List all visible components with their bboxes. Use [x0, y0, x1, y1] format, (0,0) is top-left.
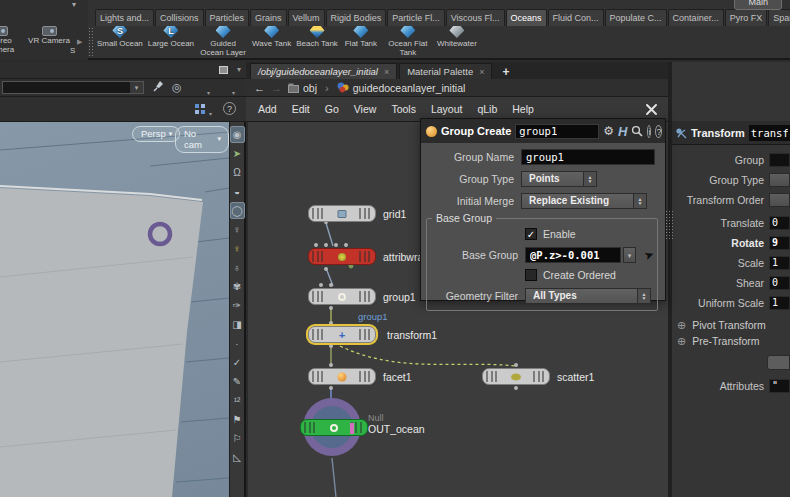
shelf-tab-oceans[interactable]: Oceans [506, 9, 547, 26]
transform-order-dropdown[interactable] [769, 193, 790, 207]
menu-add[interactable]: Add [258, 103, 277, 115]
spinner-icon[interactable]: ▲▼ [583, 172, 596, 186]
shelf-divider-handle[interactable] [88, 27, 95, 58]
shelf-tool-whitewater[interactable]: Whitewater [437, 26, 477, 49]
forward-arrow-icon[interactable]: → [271, 82, 282, 94]
tab-material-palette[interactable]: Material Palette × [399, 63, 492, 79]
pane-divider-handle[interactable] [665, 210, 674, 240]
rotate-field[interactable]: 9 [769, 236, 790, 250]
main-menu-button[interactable]: Main [734, 0, 782, 10]
shelf-tool-vr-camera[interactable]: VR Camera [26, 26, 72, 46]
chevron-down-icon[interactable]: ▾ [232, 89, 235, 96]
target-radio-icon[interactable]: ◎ [172, 81, 182, 94]
node-scatter1[interactable]: scatter1 [482, 368, 550, 385]
tab-obj-guidedoceanlayer[interactable]: /obj/guidedoceanlayer_initial × [250, 63, 397, 79]
enable-checkbox[interactable]: ✓ [525, 228, 537, 240]
shelf-tool-large-ocean[interactable]: L Large Ocean [148, 26, 194, 49]
group-type-dropdown[interactable] [769, 173, 790, 187]
pen-icon[interactable]: ✎ [230, 372, 245, 391]
shelf-tab-particles[interactable]: Particles [205, 9, 250, 26]
flag-outline-icon[interactable]: ⚐ [230, 429, 245, 448]
spinner-icon[interactable]: ▲▼ [633, 194, 646, 208]
group-type-dropdown[interactable]: Points ▲▼ [521, 171, 597, 187]
close-icon[interactable]: × [479, 67, 484, 77]
base-group-input[interactable] [525, 247, 621, 263]
shelf-tab-populate-crowds[interactable]: Populate C... [605, 9, 667, 26]
menu-layout[interactable]: Layout [431, 103, 463, 115]
chevron-down-icon[interactable]: ▾ [623, 247, 636, 263]
shelf-set-dropdown-icon[interactable]: ▾ [72, 0, 76, 9]
geometry-filter-dropdown[interactable]: All Types ▲▼ [525, 288, 651, 304]
breadcrumb-root[interactable]: obj [288, 82, 317, 94]
menu-qlib[interactable]: qLib [477, 103, 497, 115]
menu-view[interactable]: View [354, 103, 377, 115]
node-grid1[interactable]: grid1 [308, 205, 376, 222]
chevron-down-icon[interactable]: ▾ [207, 89, 210, 96]
shelf-tab-sparse-pyro[interactable]: Sparse Pyr... [768, 9, 790, 26]
expand-icon[interactable]: ⊕ [677, 335, 686, 348]
shelf-tab-particle-fluids[interactable]: Particle Fl... [387, 9, 445, 26]
clipped-button[interactable] [767, 355, 790, 370]
houdini-logo-icon[interactable]: H [618, 125, 627, 138]
shelf-tool-small-ocean[interactable]: S Small Ocean [97, 26, 143, 49]
shelf-tool-flat-tank[interactable]: Flat Tank [343, 26, 379, 49]
help-icon[interactable]: ? [223, 102, 236, 115]
menu-go[interactable]: Go [325, 103, 339, 115]
shelf-tab-pyro-fx[interactable]: Pyro FX [725, 9, 768, 26]
shelf-tab-rigid-bodies[interactable]: Rigid Bodies [326, 9, 387, 26]
wrench-tools-icon[interactable] [645, 103, 658, 116]
lock-icon[interactable]: Ω [230, 163, 245, 182]
help-icon[interactable]: ? [655, 125, 662, 138]
shelf-tool-ocean-flat-tank[interactable]: Ocean Flat Tank [384, 26, 432, 58]
pane-menu-dropdown-icon[interactable]: ▾ [237, 65, 241, 74]
node-out-ocean[interactable] [300, 419, 368, 436]
chevron-down-icon[interactable]: ▾ [209, 110, 212, 117]
pane-maximize-icon[interactable] [219, 66, 228, 74]
shelf-tab-containers[interactable]: Container... [668, 9, 724, 26]
pivot-transform-collapse[interactable]: ⊕ Pivot Transform [672, 317, 790, 333]
spinner-icon[interactable]: ▲▼ [637, 289, 650, 303]
node-transform1[interactable]: + transform1 [308, 326, 376, 343]
attributes-field[interactable]: " [769, 379, 790, 393]
node-group1[interactable]: group1 [308, 288, 376, 305]
lightbulb-icon[interactable]: ♀ [230, 220, 245, 239]
visibility-icon[interactable]: ◉ [230, 126, 245, 143]
info-icon[interactable]: i [647, 125, 651, 138]
shelf-tab-fluid-containers[interactable]: Fluid Con... [548, 9, 604, 26]
shelf-tool-stereo-camera[interactable]: Stereo Camera [0, 26, 26, 55]
node-facet1[interactable]: facet1 [308, 368, 376, 385]
scale-field[interactable]: 1 [769, 256, 790, 270]
translate-field[interactable]: 0 [769, 216, 790, 230]
two-lights-icon[interactable]: ♁ [230, 258, 245, 277]
shelf-overflow-arrow-icon[interactable]: ▶ [77, 38, 82, 46]
point-numbers-icon[interactable]: ¹² [230, 391, 245, 410]
gear-icon[interactable]: ⚙ [603, 125, 614, 137]
shelf-tab-vellum[interactable]: Vellum [288, 9, 325, 26]
pre-transform-collapse[interactable]: ⊕ Pre-Transform [672, 333, 790, 349]
shelf-tab-grains[interactable]: Grains [250, 9, 287, 26]
point-display-icon[interactable]: ∙ [230, 334, 245, 353]
scene-viewport[interactable]: Persp▾ No cam▾ [0, 122, 229, 497]
shear-field[interactable]: 0 [769, 276, 790, 290]
transform-pane-header[interactable]: Transform [672, 121, 790, 145]
menu-edit[interactable]: Edit [292, 103, 310, 115]
dialog-title-bar[interactable]: Group Create ⚙ H i ? [421, 119, 665, 143]
ruler-icon[interactable]: ◺ [230, 448, 245, 467]
shelf-tool-beach-tank[interactable]: Beach Tank [296, 26, 338, 49]
shade-cluster-icon[interactable]: ✾ [230, 277, 245, 296]
select-circle-icon[interactable]: ◯ [230, 202, 245, 219]
pin-icon[interactable] [153, 80, 164, 92]
new-tab-button[interactable]: + [494, 65, 517, 79]
shelf-tool-guided-ocean-layer[interactable]: Guided Ocean Layer [199, 26, 247, 58]
display-options-icon[interactable] [194, 103, 206, 115]
uniform-scale-field[interactable]: 1 [769, 296, 790, 310]
shelf-tab-lights[interactable]: Lights and... [95, 9, 154, 26]
shelf-tool-wave-tank[interactable]: Wave Tank [252, 26, 291, 49]
perspective-view-dropdown[interactable]: Persp▾ [132, 126, 180, 142]
menu-tools[interactable]: Tools [391, 103, 416, 115]
paint-bucket-icon[interactable]: ◨ [230, 315, 245, 334]
transform-name-input[interactable] [749, 125, 790, 141]
group-name-input[interactable] [521, 149, 655, 165]
pick-geometry-arrow-icon[interactable]: ➤ [642, 246, 656, 263]
select-arrow-icon[interactable]: ➤ [230, 144, 245, 163]
